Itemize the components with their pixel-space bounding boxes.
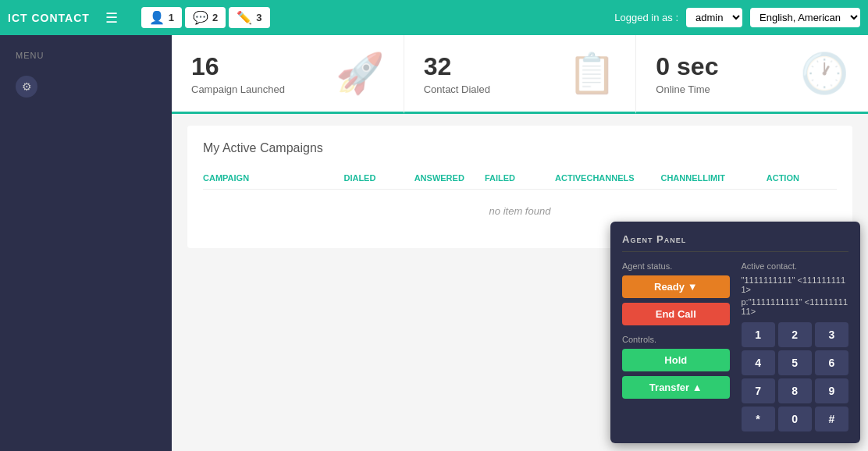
brand-title: ICT CONTACT — [8, 12, 90, 24]
agent-panel-title: Agent Panel — [622, 233, 848, 252]
col-campaign: Campaign — [203, 173, 343, 183]
stat-number-contacts: 32 — [424, 52, 490, 81]
dial-2[interactable]: 2 — [778, 322, 812, 347]
logged-in-label: Logged in as : — [614, 12, 678, 23]
dial-5[interactable]: 5 — [778, 350, 812, 375]
dialpad: 1 2 3 4 5 6 7 8 9 * 0 # — [742, 322, 849, 431]
settings-icon: ⚙ — [16, 76, 37, 98]
col-answered: Answered — [414, 173, 485, 183]
active-contact-line1: "1111111111" <1111111111> — [742, 275, 849, 294]
stat-label-campaigns: Campaign Launched — [191, 83, 285, 95]
nav-left: ICT CONTACT ☰ 👤 1 💬 2 ✏️ 3 — [8, 7, 270, 28]
sidebar: MENU ⚙ — [0, 35, 172, 451]
menu-label: MENU — [0, 47, 172, 68]
tab-count-1: 1 — [169, 12, 174, 23]
dial-4[interactable]: 4 — [742, 350, 775, 375]
col-activechannels: ActiveChannels — [555, 173, 660, 183]
end-call-button[interactable]: End Call — [622, 303, 730, 325]
clock-icon: 🕐 — [800, 51, 848, 96]
controls-label: Controls. — [622, 335, 730, 344]
stat-info-contacts: 32 Contact Dialed — [424, 52, 490, 95]
dial-6[interactable]: 6 — [815, 350, 848, 375]
dial-7[interactable]: 7 — [742, 378, 775, 403]
col-channellimit: ChannelLimit — [660, 173, 766, 183]
stat-info-campaigns: 16 Campaign Launched — [191, 52, 285, 95]
agent-col-right: Active contact. "1111111111" <1111111111… — [742, 261, 849, 431]
stat-label-contacts: Contact Dialed — [424, 83, 490, 95]
stat-card-online: 0 sec Online Time 🕐 — [636, 35, 868, 114]
stat-label-online: Online Time — [656, 83, 718, 95]
active-contact-line2: p:"1111111111" <1111111111> — [742, 297, 849, 316]
stat-number-campaigns: 16 — [191, 52, 285, 81]
agent-panel: Agent Panel Agent status. Ready ▼ End Ca… — [610, 222, 860, 443]
dial-9[interactable]: 9 — [815, 378, 848, 403]
stat-number-online: 0 sec — [656, 52, 718, 81]
agent-status-label: Agent status. — [622, 261, 730, 271]
section-title: My Active Campaigns — [203, 141, 837, 155]
col-action: Action — [767, 173, 837, 183]
tab-icon-2: 💬 — [193, 10, 208, 25]
nav-tabs: 👤 1 💬 2 ✏️ 3 — [141, 7, 270, 28]
stat-info-online: 0 sec Online Time — [656, 52, 718, 95]
agent-columns: Agent status. Ready ▼ End Call Controls.… — [622, 261, 848, 431]
active-contact-label: Active contact. — [742, 261, 849, 271]
nav-tab-1[interactable]: 👤 1 — [141, 7, 182, 28]
list-icon: 📋 — [567, 51, 616, 96]
dial-1[interactable]: 1 — [742, 322, 775, 347]
table-header: Campaign Dialed Answered Failed ActiveCh… — [203, 167, 837, 190]
top-nav: ICT CONTACT ☰ 👤 1 💬 2 ✏️ 3 Logged in as … — [0, 0, 868, 35]
stats-row: 16 Campaign Launched 🚀 32 Contact Dialed… — [172, 35, 868, 114]
transfer-button[interactable]: Transfer ▲ — [622, 376, 730, 399]
content-area: 16 Campaign Launched 🚀 32 Contact Dialed… — [172, 35, 868, 451]
language-dropdown[interactable]: English, American — [750, 8, 860, 27]
agent-col-left: Agent status. Ready ▼ End Call Controls.… — [622, 261, 730, 431]
tab-count-2: 2 — [212, 12, 218, 23]
col-dialed: Dialed — [343, 173, 414, 183]
col-failed: Failed — [485, 173, 555, 183]
dial-star[interactable]: * — [742, 407, 775, 431]
nav-tab-2[interactable]: 💬 2 — [185, 7, 226, 28]
dial-3[interactable]: 3 — [815, 322, 848, 347]
admin-dropdown[interactable]: admin — [686, 8, 742, 27]
stat-card-contacts: 32 Contact Dialed 📋 — [404, 35, 637, 114]
rocket-icon: 🚀 — [336, 51, 384, 96]
hamburger-menu[interactable]: ☰ — [105, 9, 118, 27]
dial-0[interactable]: 0 — [778, 407, 812, 431]
hold-button[interactable]: Hold — [622, 349, 730, 371]
nav-tab-3[interactable]: ✏️ 3 — [229, 7, 269, 28]
nav-right: Logged in as : admin English, American — [614, 8, 860, 27]
stat-card-campaigns: 16 Campaign Launched 🚀 — [172, 35, 404, 114]
tab-icon-3: ✏️ — [237, 10, 252, 25]
dial-8[interactable]: 8 — [778, 378, 812, 403]
dial-hash[interactable]: # — [815, 407, 848, 431]
sidebar-item-settings[interactable]: ⚙ — [0, 68, 172, 105]
tab-count-3: 3 — [256, 12, 261, 23]
ready-button[interactable]: Ready ▼ — [622, 275, 730, 298]
main-layout: MENU ⚙ 16 Campaign Launched 🚀 32 Contact… — [0, 35, 868, 451]
tab-icon-1: 👤 — [149, 10, 165, 25]
